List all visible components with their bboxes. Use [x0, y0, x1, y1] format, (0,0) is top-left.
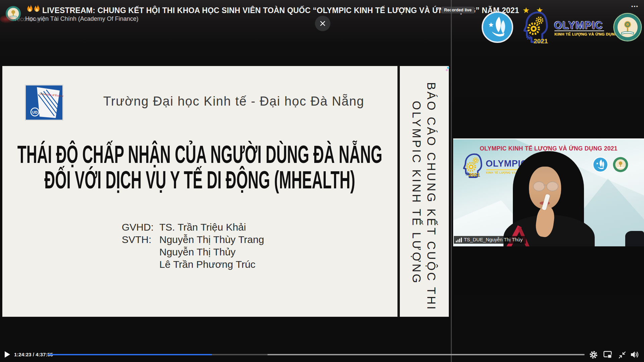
- close-icon: [319, 20, 326, 27]
- university-of-economics-logo: University of Economics UD: [25, 84, 63, 121]
- slide-sidebar-text: BÁO CÁO CHUNG KẾT CUỘC THI OLYMPIC KINH …: [409, 82, 439, 303]
- student-name: Lê Trần Phương Trúc: [159, 258, 264, 270]
- recording-dot-glow: [0, 15, 15, 23]
- student-name: Nguyễn Thị Thùy Trang: [159, 233, 264, 246]
- ue-logo-monogram: UD: [32, 110, 38, 114]
- participant-name-label: TS_DUE_Nguyễn Thị Thủy: [454, 236, 526, 244]
- sidebar-line1: BÁO CÁO CHUNG KẾT CUỘC THI: [424, 82, 439, 303]
- students-association-logo-small: [593, 157, 608, 172]
- background-object: [625, 231, 644, 246]
- advisor-label: GVHD:: [122, 221, 159, 233]
- academy-of-finance-logo-large: [613, 12, 642, 42]
- olympic-underline: [554, 31, 604, 31]
- slide-title-line2: ĐỐI VỚI DỊCH VỤ Y TẾ DI ĐỘNG (MHEALTH): [45, 165, 356, 194]
- close-button[interactable]: [315, 16, 330, 31]
- advisor-name: TS. Trần Triệu Khải: [159, 221, 246, 233]
- time-display: 1:24:23 / 4:37:55: [14, 352, 53, 357]
- settings-button[interactable]: [589, 351, 598, 359]
- olympic-subtitle: KINH TẾ LƯỢNG VÀ ỨNG DỤNG: [554, 32, 618, 36]
- channel-name[interactable]: Học viện Tài Chính (Academy Of Finance): [25, 15, 139, 22]
- students-label: SVTH:: [122, 233, 159, 270]
- presenter-glasses: [533, 181, 558, 191]
- olympic-year-small: 2021: [469, 172, 480, 177]
- time-separator: /: [32, 352, 36, 357]
- webcam-video: OLYMPIC KINH TẾ LƯỢNG VÀ ỨNG DỤNG 2021 O…: [453, 138, 644, 246]
- signal-bars-icon: [456, 237, 462, 242]
- webcam-top-border: [453, 138, 644, 139]
- student-name: Nguyễn Thị Thủy: [159, 246, 264, 258]
- progress-bar[interactable]: [48, 354, 585, 355]
- more-options-button[interactable]: •••: [631, 3, 639, 9]
- slide-credits: GVHD:TS. Trần Triệu Khải SVTH: Nguyễn Th…: [122, 221, 264, 270]
- layout-divider-line: [451, 0, 452, 362]
- olympic-year: 2021: [534, 38, 548, 45]
- fire-emoji-icon: [27, 4, 40, 12]
- picture-in-picture-button[interactable]: [603, 351, 612, 359]
- slide-section-divider: [397, 66, 400, 317]
- slide-university-name: Trường Đại học Kinh tế - Đại học Đà Nẵng: [68, 94, 400, 109]
- current-time: 1:24:23: [14, 352, 32, 357]
- olympic-wordmark: OLYMPIC: [554, 19, 603, 32]
- slide-title: THÁI ĐỘ CHẤP NHẬN CỦA NGƯỜI DÙNG ĐÀ NẴNG…: [2, 141, 397, 192]
- slide-corner-artifact: [444, 67, 450, 72]
- participant-name: TS_DUE_Nguyễn Thị Thủy: [464, 237, 523, 242]
- slide-title-line1: THÁI ĐỘ CHẤP NHẬN CỦA NGƯỜI DÙNG ĐÀ NẴNG: [17, 139, 382, 168]
- video-player: LIVESTREAM: CHUNG KẾT HỘI THI KHOA HỌC S…: [0, 0, 644, 362]
- sidebar-line2: OLYMPIC KINH TẾ LƯỢNG: [409, 82, 424, 303]
- play-button[interactable]: [4, 351, 10, 358]
- recorded-live-badge: Recorded live: [441, 7, 475, 13]
- presentation-slide: University of Economics UD Trường Đại họ…: [2, 66, 449, 317]
- volume-button[interactable]: [630, 350, 639, 359]
- academy-of-finance-logo-small: [613, 157, 628, 172]
- exit-fullscreen-button[interactable]: [619, 351, 626, 359]
- students-association-logo: [482, 11, 513, 43]
- progress-played: [48, 354, 212, 355]
